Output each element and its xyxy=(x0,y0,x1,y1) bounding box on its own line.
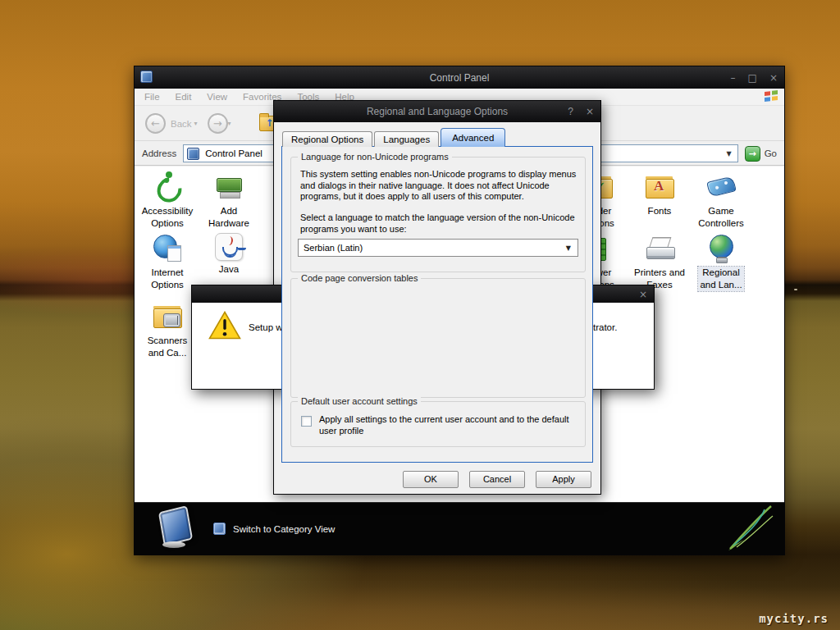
watermark: mycity.rs xyxy=(759,612,829,625)
cp-item-fonts[interactable]: Fonts xyxy=(630,171,689,217)
switch-to-category-view[interactable]: Switch to Category View xyxy=(213,523,335,535)
decorative-flourish-icon xyxy=(724,504,774,552)
dialog-title: Regional and Language Options xyxy=(274,106,600,117)
non-unicode-language-select[interactable]: Serbian (Latin) ▼ xyxy=(298,239,578,257)
minimize-button[interactable]: – xyxy=(731,73,736,83)
dropdown-arrow-icon[interactable]: ▼ xyxy=(727,150,737,158)
cp-item-label: Internet Options xyxy=(138,267,197,291)
menu-edit[interactable]: Edit xyxy=(176,92,192,102)
back-button[interactable]: ← xyxy=(145,113,166,134)
switch-label: Switch to Category View xyxy=(233,524,335,534)
forward-button[interactable]: → xyxy=(208,113,228,134)
back-label: Back xyxy=(171,119,192,129)
printers-faxes-icon xyxy=(643,233,676,264)
java-icon xyxy=(215,233,243,261)
close-button[interactable]: × xyxy=(769,73,778,83)
cp-item-accessibility[interactable]: Accessibility Options xyxy=(138,171,197,230)
go-button[interactable]: → xyxy=(745,146,760,162)
cp-item-label: Scanners and Ca... xyxy=(138,335,197,359)
regional-language-options-dialog: Regional and Language Options ? × Region… xyxy=(273,100,601,495)
game-controllers-icon xyxy=(705,171,737,203)
cp-item-printers-faxes[interactable]: Printers and Faxes xyxy=(630,233,689,291)
cp-item-scanners[interactable]: Scanners and Ca... xyxy=(138,301,197,359)
cp-item-regional[interactable]: Regional and Lan... xyxy=(692,233,751,291)
menu-file[interactable]: File xyxy=(144,92,160,102)
cp-item-label: Add Hardware xyxy=(199,205,258,230)
apply-button[interactable]: Apply xyxy=(536,471,591,488)
advanced-tab-panel: Language for non-Unicode programs This s… xyxy=(281,146,593,463)
cp-item-label: Accessibility Options xyxy=(138,205,197,230)
control-panel-3d-icon xyxy=(159,509,192,548)
fonts-icon xyxy=(643,171,676,203)
scanners-icon xyxy=(151,301,184,332)
accessibility-icon xyxy=(151,171,184,203)
cp-item-game-controllers[interactable]: Game Controllers xyxy=(692,171,751,230)
groupbox-title: Default user account settings xyxy=(298,396,421,406)
apply-all-checkbox-label[interactable]: Apply all settings to the current user a… xyxy=(319,414,573,436)
task-pane: Switch to Category View xyxy=(135,502,784,555)
cp-item-label: Fonts xyxy=(630,205,689,217)
dialog-titlebar: Regional and Language Options ? × xyxy=(274,101,600,122)
tab-languages[interactable]: Languages xyxy=(374,131,439,147)
tab-regional-options[interactable]: Regional Options xyxy=(282,131,372,147)
cp-item-java[interactable]: Java xyxy=(199,233,258,276)
cancel-button[interactable]: Cancel xyxy=(469,471,525,488)
add-hardware-icon xyxy=(212,171,245,203)
cp-item-label: Game Controllers xyxy=(692,205,751,230)
cp-item-add-hardware[interactable]: Add Hardware xyxy=(199,171,258,230)
cp-item-label: Regional and Lan... xyxy=(698,267,743,291)
forward-dropdown-icon[interactable]: ▾ xyxy=(228,120,231,127)
address-value: Control Panel xyxy=(205,148,262,158)
dropdown-arrow-icon: ▼ xyxy=(566,244,578,252)
non-unicode-groupbox: Language for non-Unicode programs This s… xyxy=(290,157,586,272)
back-dropdown-icon[interactable]: ▾ xyxy=(194,120,198,127)
tab-advanced[interactable]: Advanced xyxy=(441,128,505,147)
default-account-groupbox: Default user account settings Apply all … xyxy=(290,401,586,447)
regional-icon xyxy=(705,233,737,264)
maximize-button[interactable]: □ xyxy=(748,73,757,83)
tab-strip: Regional Options Languages Advanced xyxy=(282,128,507,147)
go-label: Go xyxy=(765,148,777,158)
language-value: Serbian (Latin) xyxy=(304,243,363,253)
cp-item-label: Java xyxy=(199,263,258,276)
address-label: Address xyxy=(142,148,176,158)
apply-all-checkbox[interactable] xyxy=(301,416,312,427)
codepage-groupbox: Code page conversion tables xyxy=(290,278,586,398)
groupbox-title: Code page conversion tables xyxy=(298,273,421,283)
non-unicode-description: This system setting enables non-Unicode … xyxy=(300,169,578,203)
menu-view[interactable]: View xyxy=(207,92,227,102)
close-button[interactable]: × xyxy=(639,290,647,299)
cp-item-internet-options[interactable]: Internet Options xyxy=(138,233,197,291)
warning-icon xyxy=(208,311,241,340)
select-language-prompt: Select a language to match the language … xyxy=(300,212,578,235)
titlebar: Control Panel – □ × xyxy=(135,66,784,89)
control-panel-icon xyxy=(187,148,199,160)
groupbox-title: Language for non-Unicode programs xyxy=(298,152,452,162)
windows-logo-icon xyxy=(765,90,778,102)
help-button[interactable]: ? xyxy=(568,107,573,116)
window-title: Control Panel xyxy=(135,72,784,84)
internet-options-icon xyxy=(151,233,184,264)
category-view-icon xyxy=(213,523,226,535)
ok-button[interactable]: OK xyxy=(403,471,459,488)
close-button[interactable]: × xyxy=(586,107,594,116)
